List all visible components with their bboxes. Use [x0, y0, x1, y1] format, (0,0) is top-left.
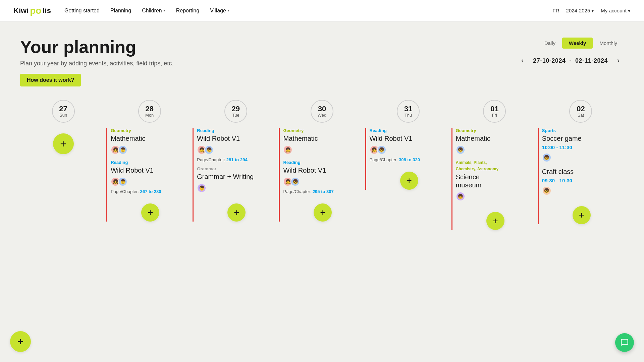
add-event-mon[interactable]: +: [141, 203, 159, 222]
nav-planning[interactable]: Planning: [110, 8, 131, 14]
day-name-mon: Mon: [145, 113, 154, 118]
avatar: 👦: [542, 186, 551, 195]
event-card-wed-1: Geometry Mathematic 👧: [283, 128, 362, 156]
planning-header: Your planning Plan your year by adding e…: [20, 38, 624, 86]
avatar: 👦: [456, 145, 465, 155]
day-content-fri: Geometry Mathematic 👦 Animals, Plants,Ch…: [451, 128, 538, 230]
avatars-sat-1: 👦: [542, 153, 621, 162]
day-num-tue: 29: [232, 105, 240, 113]
event-title-mon-2: Wild Robot V1: [111, 166, 190, 174]
account-menu[interactable]: My account ▾: [601, 8, 631, 14]
avatars-thu-1: 👧 👦: [370, 145, 449, 155]
day-name-thu: Thu: [405, 113, 412, 118]
day-header-thu: 31 Thu: [397, 100, 420, 123]
page-title: Your planning: [20, 38, 173, 57]
avatars-sat-2: 👦: [542, 186, 621, 195]
add-event-wed[interactable]: +: [314, 203, 332, 222]
add-event-tue[interactable]: +: [227, 203, 246, 222]
chat-button[interactable]: [615, 333, 634, 352]
view-tabs: Daily Weekly Monthly: [538, 38, 624, 49]
add-event-sun[interactable]: +: [53, 133, 74, 154]
day-circle-fri: 01 Fri: [483, 100, 506, 123]
view-controls: Daily Weekly Monthly ‹ 27-10-2024 - 02-1…: [517, 38, 624, 66]
tab-daily[interactable]: Daily: [538, 38, 562, 49]
event-card-thu-1: Reading Wild Robot V1 👧 👦 Page/Chapter: …: [370, 128, 449, 162]
avatar: 👦: [456, 192, 465, 201]
prev-week-button[interactable]: ‹: [517, 55, 528, 66]
next-week-button[interactable]: ›: [613, 55, 624, 66]
avatar: 👦: [118, 145, 127, 155]
logo-accent: po: [30, 5, 41, 16]
nav-village[interactable]: Village ▾: [210, 8, 229, 14]
nav-reporting[interactable]: Reporting: [176, 8, 199, 14]
event-title-tue-1: Wild Robot V1: [197, 134, 276, 142]
event-page-wed-2: Page/Chapter: 295 to 307: [283, 189, 362, 194]
day-circle-sun: 27 Sun: [52, 100, 75, 123]
day-column-tue: 29 Tue Reading Wild Robot V1 👧 👦 Page/Ch…: [193, 100, 279, 230]
event-card-mon-2: Reading Wild Robot V1 👧 👦 Page/Chapter: …: [111, 160, 190, 194]
tab-monthly[interactable]: Monthly: [593, 38, 624, 49]
day-circle-sat: 02 Sat: [569, 100, 592, 123]
event-tags-fri-1: Animals, Plants,Chemistry, Astronomy: [456, 160, 498, 171]
event-subtitle-fri-1: Sciencemuseum: [456, 173, 535, 189]
event-card-wed-2: Reading Wild Robot V1 👧 👦 Page/Chapter: …: [283, 160, 362, 194]
add-event-thu[interactable]: +: [400, 172, 418, 190]
day-num-thu: 31: [404, 105, 412, 113]
day-num-mon: 28: [145, 105, 153, 113]
event-time-sat-1: 10:00 - 11:30: [542, 144, 621, 150]
date-range-display: 27-10-2024 - 02-11-2024: [533, 57, 608, 64]
day-circle-tue: 29 Tue: [224, 100, 247, 123]
add-event-sat[interactable]: +: [573, 206, 591, 224]
event-page-thu-1: Page/Chapter: 308 to 320: [370, 157, 449, 162]
event-page-tue-1: Page/Chapter: 281 to 294: [197, 157, 276, 162]
year-selector[interactable]: 2024-2025 ▾: [566, 8, 594, 14]
day-num-sat: 02: [577, 105, 585, 113]
avatar: 👦: [204, 145, 214, 155]
tab-weekly[interactable]: Weekly: [562, 38, 593, 49]
avatar: 👦: [290, 177, 300, 186]
language-selector[interactable]: FR: [553, 8, 559, 13]
avatars-tue-2: 👦: [197, 183, 276, 193]
children-chevron-icon: ▾: [163, 8, 165, 13]
day-name-wed: Wed: [318, 113, 327, 118]
day-column-fri: 01 Fri Geometry Mathematic 👦 Animals, Pl…: [451, 100, 538, 230]
day-header-mon: 28 Mon: [138, 100, 161, 123]
date-navigation: ‹ 27-10-2024 - 02-11-2024 ›: [517, 55, 624, 66]
event-card-mon-1: Geometry Mathematic 👧 👦: [111, 128, 190, 156]
event-subject-mon-2: Reading: [111, 160, 190, 165]
day-column-mon: 28 Mon Geometry Mathematic 👧 👦 Reading W…: [106, 100, 193, 230]
event-card-tue-1: Reading Wild Robot V1 👧 👦 Page/Chapter: …: [197, 128, 276, 162]
day-name-sun: Sun: [59, 113, 67, 118]
day-name-sat: Sat: [578, 113, 584, 118]
avatars-mon-2: 👧 👦: [111, 177, 190, 186]
event-title-fri-1: Mathematic: [456, 134, 535, 142]
day-num-fri: 01: [490, 105, 498, 113]
how-does-it-work-button[interactable]: How does it work?: [20, 74, 81, 86]
add-event-fri[interactable]: +: [486, 212, 504, 230]
nav-getting-started[interactable]: Getting started: [64, 8, 100, 14]
global-add-button[interactable]: +: [10, 331, 31, 352]
nav-children[interactable]: Children ▾: [142, 8, 165, 14]
day-header-sat: 02 Sat: [569, 100, 592, 123]
nav-right: FR 2024-2025 ▾ My account ▾: [553, 8, 631, 14]
event-page-mon-2: Page/Chapter: 267 to 280: [111, 189, 190, 194]
logo[interactable]: Kiwipolis: [13, 5, 51, 16]
avatar: 👦: [197, 183, 206, 193]
day-circle-thu: 31 Thu: [397, 100, 420, 123]
day-column-sun: 27 Sun +: [20, 100, 106, 230]
avatar: 👦: [542, 153, 551, 162]
event-card-tue-2: Grammar Grammar + Writing 👦: [197, 166, 276, 194]
day-content-wed: Geometry Mathematic 👧 Reading Wild Robot…: [279, 128, 365, 222]
event-subject-tue-1: Reading: [197, 128, 276, 133]
day-name-fri: Fri: [492, 113, 497, 118]
calendar-grid: 27 Sun + 28 Mon Geometry Mathematic: [20, 100, 624, 230]
day-num-sun: 27: [59, 105, 67, 113]
day-content-tue: Reading Wild Robot V1 👧 👦 Page/Chapter: …: [193, 128, 279, 222]
event-title-wed-2: Wild Robot V1: [283, 166, 362, 174]
avatars-tue-1: 👧 👦: [197, 145, 276, 155]
event-subject-fri-1: Geometry: [456, 128, 535, 133]
avatars-fri-2: 👦: [456, 192, 535, 201]
day-num-wed: 30: [318, 105, 326, 113]
avatars-mon-1: 👧 👦: [111, 145, 190, 155]
day-content-sat: Sports Soccer game 10:00 - 11:30 👦 Craft…: [538, 128, 624, 224]
